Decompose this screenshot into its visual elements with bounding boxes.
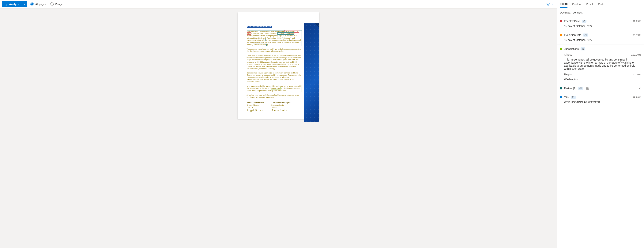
chevron-down-icon[interactable] (638, 87, 641, 90)
confidence-value: 99.99% (632, 34, 641, 37)
field-count-pill: #1 (578, 87, 583, 90)
subfield-region-header: Region 100.00% (564, 73, 641, 76)
radio-icon (50, 3, 54, 6)
subfield-clause-value: This Agreement shall be governed by and … (564, 58, 641, 70)
highlight-jurisdiction-clause: This Agreement shall be governed by and … (247, 85, 302, 92)
doc-para: There shall be no additional fees of any… (247, 54, 302, 70)
confidence-value: 99.99% (632, 20, 641, 23)
field-jurisdictions[interactable]: Jurisdictions #1 Clause 100.00% This Agr… (557, 45, 644, 84)
doctype-label: DocType: (560, 11, 571, 14)
field-name: ExecutionDate (564, 34, 581, 37)
doctype-row: DocType: contract (557, 8, 644, 17)
toolbar: Analyze All pages Range (0, 0, 557, 9)
doc-para-intro: This web Hosting Agreement is entered as… (247, 30, 302, 46)
field-color-dot (560, 20, 562, 22)
tab-fields[interactable]: Fields (560, 1, 568, 8)
signature-block: Contoso Corporation By: Angel Brown Titl… (247, 102, 302, 112)
layers-icon (546, 3, 550, 6)
radio-icon (30, 3, 34, 6)
signature-contoso: Contoso Corporation By: Angel Brown Titl… (247, 102, 264, 112)
radio-all-label: All pages (35, 3, 46, 6)
svg-rect-0 (5, 3, 7, 5)
confidence-value: 100.00% (631, 73, 641, 76)
subfield-clause-header: Clause 100.00% (564, 53, 641, 56)
analyze-label: Analyze (9, 3, 19, 6)
page-decorative-sidebar (304, 23, 319, 122)
layers-dropdown[interactable] (546, 3, 555, 6)
field-effective-date[interactable]: EffectiveDate #1 99.99% 15 day of Octobe… (557, 17, 644, 31)
highlight-party-contoso: Contoso Corporation (278, 32, 294, 35)
highlight-party-aw: AdventureWorks Cycles (247, 39, 266, 41)
field-value: 15 day of October, 2022 (564, 38, 641, 42)
document-canvas[interactable]: WEB HOSTING AGREEMENT This web Hosting A… (0, 9, 557, 248)
tab-result[interactable]: Result (586, 1, 594, 8)
page-scope-radio-group: All pages Range (30, 3, 63, 6)
field-name: EffectiveDate (564, 20, 580, 23)
confidence-value: 100.00% (631, 53, 641, 56)
doc-title-highlight: WEB HOSTING AGREEMENT (247, 26, 272, 28)
signature-adventureworks: Adventure Works Cycle By: Aaron Smith Ti… (272, 102, 290, 112)
radio-range-label: Range (55, 3, 63, 6)
field-value: WEB HOSTING AGREEMENT (564, 101, 641, 104)
field-name: Jurisdictions (564, 47, 579, 50)
doc-para: This agreement shall void and nullify an… (247, 48, 302, 53)
field-name: Title (564, 96, 569, 99)
radio-range[interactable]: Range (50, 3, 63, 6)
results-tabs: Fields Content Result Code (557, 0, 644, 8)
doc-para: Contoso must provide a person(s) to corr… (247, 72, 302, 83)
field-color-dot (560, 96, 562, 98)
field-parties[interactable]: Parties (2) #1 (557, 84, 644, 93)
field-value: 15 day of October, 2022 (564, 25, 641, 28)
tab-code[interactable]: Code (598, 1, 604, 8)
document-page: WEB HOSTING AGREEMENT This web Hosting A… (238, 12, 319, 119)
subfield-region-value: Washington (564, 78, 641, 81)
field-color-dot (560, 48, 562, 50)
field-count-pill: #1 (571, 96, 576, 99)
highlight-region: Washington (271, 87, 281, 89)
doc-para: All parties have read and fully agree to… (247, 94, 302, 98)
results-panel: Fields Content Result Code DocType: cont… (557, 0, 644, 248)
analyze-button[interactable]: Analyze (2, 1, 27, 7)
analyze-button-dropdown[interactable] (22, 1, 27, 7)
tab-content[interactable]: Content (572, 1, 581, 8)
field-count-pill: #1 (583, 34, 588, 37)
field-name: Parties (2) (564, 87, 576, 90)
confidence-value: 99.98% (632, 96, 641, 99)
doctype-value: contract (573, 11, 582, 14)
field-execution-date[interactable]: ExecutionDate #1 99.99% 15 day of Octobe… (557, 31, 644, 45)
analyze-button-main[interactable]: Analyze (2, 1, 22, 7)
chevron-down-icon (24, 3, 26, 5)
chevron-down-icon (551, 3, 553, 5)
field-count-pill: #1 (580, 47, 585, 50)
analyze-icon (4, 3, 8, 6)
field-color-dot (560, 87, 562, 89)
field-color-dot (560, 34, 562, 36)
field-count-pill: #1 (582, 20, 586, 23)
field-title[interactable]: Title #1 99.98% WEB HOSTING AGREEMENT (557, 93, 644, 107)
radio-all-pages[interactable]: All pages (30, 3, 46, 6)
table-icon[interactable] (586, 87, 589, 90)
